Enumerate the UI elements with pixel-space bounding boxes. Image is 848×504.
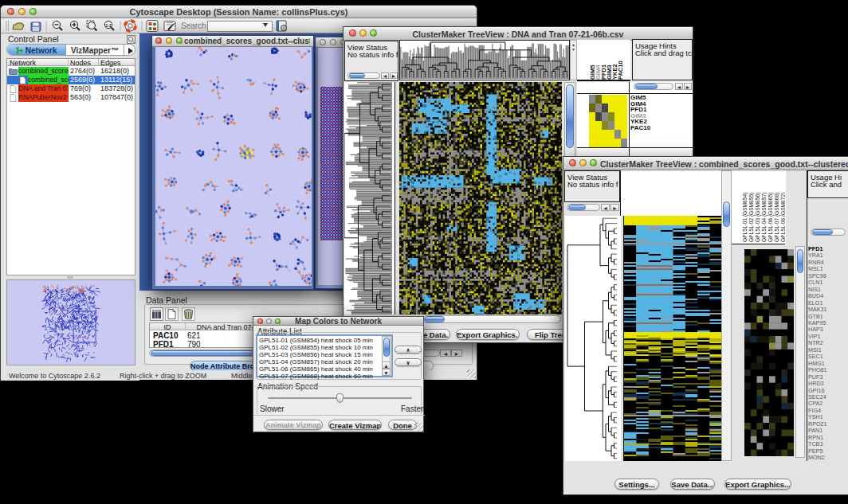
svg-text:GPL51-03 (GSM856): GPL51-03 (GSM856) — [755, 193, 761, 242]
svg-text:GPL51-06 (GSM865): GPL51-06 (GSM865) — [768, 193, 774, 242]
svg-text:PAC10: PAC10 — [617, 61, 624, 80]
svg-text:Search:: Search: — [181, 21, 208, 30]
svg-text:GPL51-02 (GSM855): GPL51-02 (GSM855) — [748, 193, 755, 242]
svg-text:GPL51-01 (GSM854): GPL51-01 (GSM854) — [742, 193, 748, 242]
svg-text:1:1: 1:1 — [105, 23, 111, 28]
svg-text:GPL51-08 (GSM872): GPL51-08 (GSM872) — [780, 193, 785, 242]
svg-text:GPL51-04 (GSM857): GPL51-04 (GSM857) — [761, 193, 768, 242]
svg-text:GPL51-07 (GSM868): GPL51-07 (GSM868) — [774, 193, 780, 242]
